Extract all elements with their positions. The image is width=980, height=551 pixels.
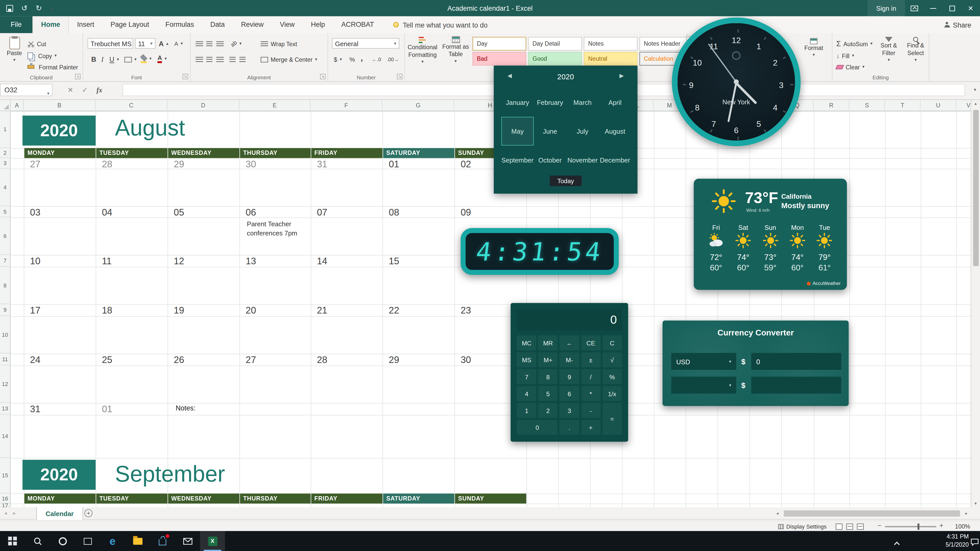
date-cell[interactable]: 31: [317, 159, 328, 169]
increase-decimal-button[interactable]: ←.0: [372, 54, 381, 64]
vertical-scroll-thumb[interactable]: [973, 110, 979, 266]
column-header-V[interactable]: V: [956, 100, 970, 111]
row-header-10[interactable]: 10: [0, 316, 11, 354]
date-cell[interactable]: 24: [30, 354, 41, 365]
format-as-table-button[interactable]: Format as Table ▾: [441, 36, 471, 64]
row-header-7[interactable]: 7: [0, 255, 11, 267]
ribbon-tab-acrobat[interactable]: ACROBAT: [333, 16, 382, 33]
style-chip-notes[interactable]: Notes: [584, 37, 638, 51]
calc-key-/[interactable]: /: [581, 369, 600, 384]
row-header-14[interactable]: 14: [0, 415, 11, 458]
name-box[interactable]: O32 ▾: [0, 84, 52, 96]
zoom-level[interactable]: 100%: [955, 521, 970, 532]
to-amount-input[interactable]: [751, 377, 842, 394]
date-picker-year[interactable]: 2020: [494, 73, 638, 81]
calc-key-9[interactable]: 9: [560, 369, 579, 384]
new-sheet-button[interactable]: +: [84, 509, 93, 517]
horizontal-scrollbar[interactable]: ◂ ▸: [775, 509, 969, 517]
action-center-icon[interactable]: [970, 537, 979, 548]
date-cell[interactable]: 13: [245, 256, 256, 266]
zoom-slider[interactable]: [885, 526, 936, 527]
clear-button[interactable]: Clear▾: [836, 62, 865, 72]
ribbon-tab-help[interactable]: Help: [303, 16, 333, 33]
row-header-9[interactable]: 9: [0, 304, 11, 316]
save-icon[interactable]: [6, 5, 13, 11]
row-header-15[interactable]: 15: [0, 458, 11, 494]
zoom-in-button[interactable]: +: [939, 522, 943, 529]
redo-icon[interactable]: ↻: [36, 4, 42, 12]
date-cell[interactable]: 07: [317, 207, 328, 218]
calc-key-8[interactable]: 8: [538, 369, 558, 384]
calc-key-MR[interactable]: MR: [538, 335, 558, 351]
insert-function-icon[interactable]: fx: [97, 86, 102, 94]
to-currency-select[interactable]: ▾: [671, 377, 736, 394]
calc-key-%[interactable]: %: [602, 369, 622, 384]
ribbon-tab-page-layout[interactable]: Page Layout: [102, 16, 157, 33]
scroll-right-icon[interactable]: ▸: [965, 509, 967, 517]
decrease-font-button[interactable]: A▾: [174, 39, 183, 49]
calc-key-1[interactable]: 1: [517, 403, 536, 418]
zoom-out-button[interactable]: −: [877, 522, 881, 529]
row-header-6[interactable]: 6: [0, 218, 11, 255]
month-cell-january[interactable]: January: [501, 88, 534, 117]
calc-key-1/x[interactable]: 1/x: [602, 386, 622, 401]
scroll-left-icon[interactable]: ◂: [776, 509, 779, 517]
row-header-13[interactable]: 13: [0, 403, 11, 415]
align-right-button[interactable]: [216, 54, 224, 64]
align-left-button[interactable]: [196, 54, 203, 64]
paste-button[interactable]: Paste ▾: [5, 37, 24, 62]
italic-button[interactable]: I: [101, 54, 103, 64]
style-chip-day-detail[interactable]: Day Detail: [528, 37, 582, 51]
excel-taskbar-button[interactable]: X: [200, 531, 225, 551]
worksheet-grid[interactable]: ABCDEFGHIJKLMNOPQRSTUV123456789101112131…: [0, 100, 970, 507]
qat-customize-icon[interactable]: ▾: [50, 6, 52, 10]
cancel-icon[interactable]: ✕: [67, 86, 73, 94]
font-name-combo[interactable]: Trebuchet MS▾: [88, 38, 133, 49]
cortana-button[interactable]: [50, 531, 75, 551]
alignment-dialog-launcher[interactable]: ↘: [320, 74, 326, 79]
calc-key-=[interactable]: =: [602, 403, 622, 435]
next-year-icon[interactable]: ▶: [619, 73, 624, 79]
zoom-slider-thumb[interactable]: [918, 524, 919, 530]
file-explorer-button[interactable]: [125, 531, 150, 551]
fill-button[interactable]: ↓ Fill▾: [836, 51, 854, 60]
increase-indent-button[interactable]: [239, 54, 245, 64]
task-view-button[interactable]: [75, 531, 100, 551]
calc-key-M+[interactable]: M+: [538, 352, 558, 367]
date-cell[interactable]: 21: [317, 305, 328, 316]
column-header-F[interactable]: F: [310, 100, 383, 111]
calc-key-0[interactable]: 0: [517, 420, 558, 435]
calc-key-3[interactable]: 3: [560, 403, 579, 418]
month-cell-october[interactable]: October: [534, 146, 566, 175]
date-cell[interactable]: 30: [461, 354, 471, 365]
row-header-2[interactable]: 2: [0, 148, 11, 158]
page-break-view-button[interactable]: [857, 523, 864, 529]
find-select-button[interactable]: Find & Select▾: [902, 37, 929, 62]
month-cell-april[interactable]: April: [599, 88, 631, 117]
copy-button[interactable]: Copy▾: [27, 51, 57, 60]
minimize-button[interactable]: [924, 0, 942, 16]
date-cell[interactable]: 23: [461, 305, 471, 316]
close-button[interactable]: ×: [961, 0, 980, 16]
format-painter-button[interactable]: Format Painter: [27, 62, 78, 72]
store-button[interactable]: [150, 531, 175, 551]
font-size-combo[interactable]: 11▾: [135, 38, 156, 49]
calc-key-√[interactable]: √: [602, 352, 622, 367]
date-cell[interactable]: 29: [389, 354, 399, 365]
month-cell-september[interactable]: September: [501, 146, 534, 175]
date-cell[interactable]: 09: [461, 207, 471, 218]
calc-key--[interactable]: -: [581, 403, 600, 418]
month-cell-march[interactable]: March: [566, 88, 599, 117]
select-all-corner[interactable]: [0, 100, 11, 111]
calc-key-MS[interactable]: MS: [517, 352, 536, 367]
calc-key-MC[interactable]: MC: [517, 335, 536, 351]
font-color-button[interactable]: A▾: [158, 54, 167, 64]
row-header-8[interactable]: 8: [0, 267, 11, 304]
tray-expand-icon[interactable]: [894, 537, 900, 548]
style-chip-bad[interactable]: Bad: [473, 52, 526, 65]
edge-button[interactable]: e: [100, 531, 125, 551]
percent-style-button[interactable]: %: [349, 54, 355, 64]
ribbon-display-options-icon[interactable]: [905, 0, 924, 16]
column-header-T[interactable]: T: [885, 100, 921, 111]
vertical-scrollbar[interactable]: ▲ ▼: [970, 100, 980, 507]
